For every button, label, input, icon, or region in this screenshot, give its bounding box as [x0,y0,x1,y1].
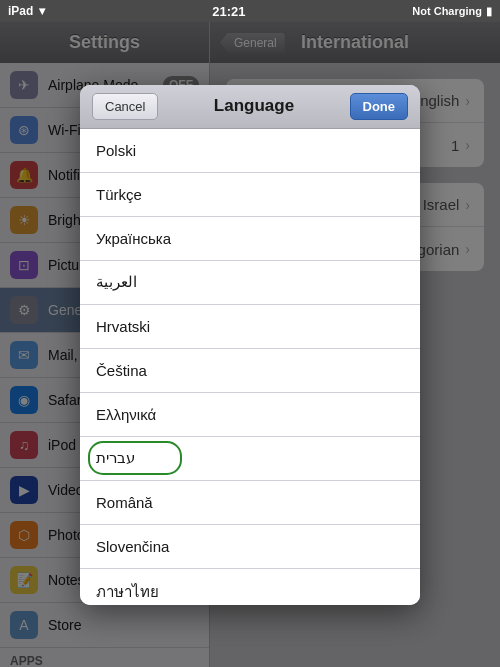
status-bar: iPad ▾ 21:21 Not Charging ▮ [0,0,500,22]
language-item-text-czech: Čeština [96,362,147,379]
status-right: Not Charging ▮ [412,5,492,18]
language-modal: Cancel Language Done PolskiTürkçeУкраїнс… [80,85,420,605]
language-item-turkce[interactable]: Türkçe [80,173,420,217]
language-item-text-arabic: العربية [96,273,137,291]
modal-cancel-button[interactable]: Cancel [92,93,158,120]
language-item-romanian[interactable]: Română [80,481,420,525]
language-item-hebrew[interactable]: עברית [80,437,420,481]
modal-title: Language [158,96,349,116]
language-item-czech[interactable]: Čeština [80,349,420,393]
language-list[interactable]: PolskiTürkçeУкраїнськаالعربيةHrvatskiČeš… [80,129,420,605]
carrier-label: iPad [8,4,33,18]
language-item-croatian[interactable]: Hrvatski [80,305,420,349]
language-item-text-greek: Ελληνικά [96,406,156,423]
battery-label: Not Charging [412,5,482,17]
status-time: 21:21 [212,4,245,19]
language-item-ukrainian[interactable]: Українська [80,217,420,261]
language-item-greek[interactable]: Ελληνικά [80,393,420,437]
language-item-text-polski: Polski [96,142,136,159]
modal-overlay[interactable]: Cancel Language Done PolskiTürkçeУкраїнс… [0,22,500,667]
status-left: iPad ▾ [8,4,45,18]
language-item-text-croatian: Hrvatski [96,318,150,335]
language-item-text-hebrew: עברית [96,449,135,467]
language-item-slovak[interactable]: Slovenčina [80,525,420,569]
language-item-arabic[interactable]: العربية [80,261,420,305]
modal-done-button[interactable]: Done [350,93,409,120]
modal-header: Cancel Language Done [80,85,420,129]
language-item-text-slovak: Slovenčina [96,538,169,555]
language-item-polski[interactable]: Polski [80,129,420,173]
language-item-text-thai: ภาษาไทย [96,580,159,604]
battery-icon: ▮ [486,5,492,18]
language-item-thai[interactable]: ภาษาไทย [80,569,420,605]
language-item-text-ukrainian: Українська [96,230,171,247]
wifi-icon: ▾ [39,4,45,18]
language-item-text-turkce: Türkçe [96,186,142,203]
language-item-text-romanian: Română [96,494,153,511]
